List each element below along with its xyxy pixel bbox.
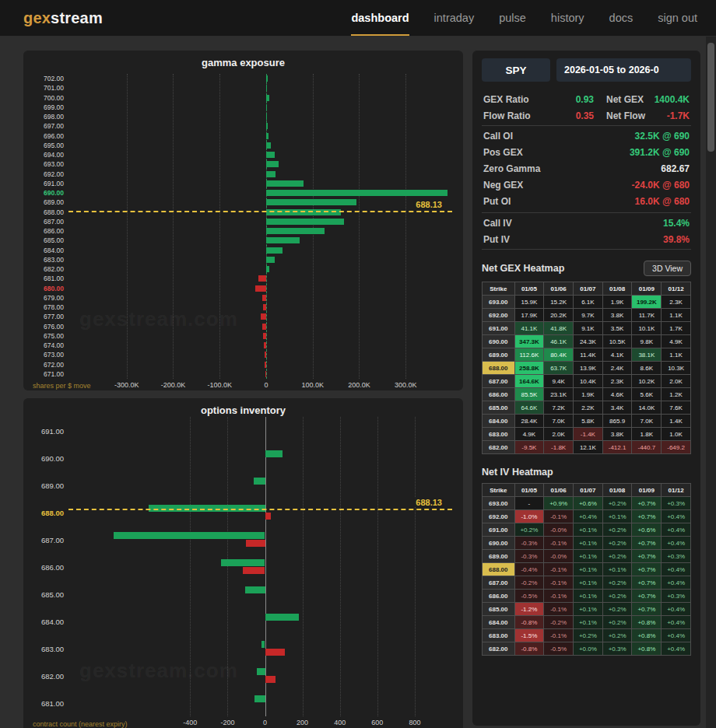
date-range-input[interactable]: 2026-01-05 to 2026-0	[556, 58, 691, 82]
net-bar	[266, 237, 300, 243]
heatmap-strike-cell: 692.00	[483, 309, 515, 322]
heatmap-strike-cell: 693.00	[483, 497, 515, 510]
stat-label: Neg GEX	[483, 180, 523, 191]
net-bar	[266, 266, 269, 272]
stat-label: Net Flow	[606, 110, 645, 121]
nav-item-history[interactable]: history	[551, 0, 584, 36]
heatmap-cell: 64.6K	[514, 401, 544, 415]
heatmap-row: 685.0064.6K7.2K2.2K3.4K14.0K7.6K	[483, 401, 691, 415]
y-axis-label: 696.00	[44, 132, 64, 140]
y-axis-label: 686.00	[44, 227, 64, 235]
net-bar	[266, 152, 275, 158]
y-axis-label: 695.00	[44, 142, 64, 149]
heatmap-cell: +0.3%	[662, 550, 691, 563]
heatmap-cell: 164.6K	[514, 375, 544, 388]
x-axis-label: 300.0K	[395, 381, 417, 389]
heatmap-cell: +0.4%	[662, 537, 691, 550]
nav-item-intraday[interactable]: intraday	[434, 0, 475, 36]
heatmap-row: 682.00-0.8%-0.5%+0.0%+0.3%+0.8%+0.4%	[483, 642, 691, 656]
y-axis-label: 673.00	[44, 351, 64, 359]
nav-item-dashboard[interactable]: dashboard	[351, 0, 409, 36]
heatmap-cell: +0.1%	[574, 537, 603, 550]
y-axis-label: 690.00	[41, 453, 64, 462]
gridline	[359, 74, 360, 379]
heatmap-column-header: 01/09	[632, 484, 662, 497]
heatmap-cell: +0.3%	[662, 497, 691, 510]
calls-bar	[114, 532, 265, 539]
heatmap-cell: +0.1%	[574, 550, 603, 563]
heatmap-cell: 10.5K	[602, 335, 632, 348]
heatmap-cell: +0.1%	[574, 523, 603, 537]
puts-bar	[243, 567, 265, 574]
scrollbar-thumb[interactable]	[707, 43, 714, 152]
heatmap-strike-cell: 690.00	[483, 537, 515, 550]
heatmap-cell: 1.4K	[662, 415, 691, 428]
heatmap-row: 687.00-0.2%-0.1%+0.1%+0.2%+0.7%+0.4%	[483, 576, 691, 590]
heatmap-strike-cell: 689.00	[483, 550, 515, 563]
net-bar	[263, 333, 266, 339]
net-bar	[266, 219, 344, 225]
3d-view-button[interactable]: 3D View	[644, 261, 691, 276]
heatmap-strike-cell: 687.00	[483, 375, 515, 388]
stat-label: Call OI	[483, 131, 513, 142]
nav-item-pulse[interactable]: pulse	[499, 0, 526, 36]
net-bar	[265, 352, 266, 358]
stat-label: Net GEX	[606, 94, 644, 105]
heatmap-row: 686.00-0.5%-0.1%+0.1%+0.2%+0.7%+0.3%	[483, 590, 691, 603]
heatmap-cell: -0.8%	[514, 616, 544, 629]
heatmap-cell: 7.6K	[662, 401, 691, 415]
scrollbar-track[interactable]	[706, 37, 716, 728]
heatmap-cell: -1.2%	[514, 603, 544, 616]
heatmap-strike-cell: 683.00	[483, 428, 515, 441]
heatmap-row: 693.0015.9K15.2K6.1K1.9K199.2K2.3K	[483, 296, 691, 309]
heatmap-strike-cell: 682.00	[483, 642, 515, 656]
heatmap-cell: +0.7%	[632, 563, 662, 576]
gex-heatmap-table: Strike01/0501/0601/0701/0801/0901/12693.…	[482, 282, 691, 454]
heatmap-cell: -412.1	[602, 441, 632, 454]
stat-value: 1400.4K	[655, 94, 690, 105]
gamma-chart: 702.00701.00700.00699.00698.00697.00696.…	[31, 74, 452, 379]
gridline	[227, 417, 228, 716]
y-axis-label: 674.00	[44, 341, 64, 349]
stat-row: Put OI16.0K @ 680	[482, 193, 691, 209]
net-bar	[266, 247, 283, 254]
heatmap-cell: +0.3%	[662, 590, 691, 603]
main-content: gamma exposure 702.00701.00700.00699.006…	[0, 37, 716, 728]
heatmap-strike-cell: 691.00	[483, 523, 515, 537]
nav-item-docs[interactable]: docs	[609, 0, 634, 36]
heatmap-cell: +0.6%	[632, 523, 662, 537]
heatmap-row: 691.00+0.2%-0.0%+0.1%+0.2%+0.6%+0.4%	[483, 523, 691, 537]
stat-group: Call OI32.5K @ 690Pos GEX391.2K @ 690Zer…	[482, 125, 691, 211]
y-axis-label: 685.00	[41, 590, 64, 598]
heatmap-cell: +0.7%	[632, 590, 662, 603]
stat-label: Flow Ratio	[483, 110, 549, 121]
heatmap-column-header: 01/12	[662, 484, 691, 497]
heatmap-cell: +0.2%	[602, 537, 632, 550]
zero-axis-line	[265, 417, 266, 716]
heatmap-cell: +0.7%	[632, 603, 662, 616]
net-bar	[265, 362, 266, 368]
heatmap-cell: -0.1%	[544, 563, 574, 576]
heatmap-cell: 2.2K	[574, 401, 603, 415]
heatmap-cell: 1.7K	[662, 322, 691, 335]
heatmap-cell: 4.1K	[602, 348, 632, 362]
net-bar	[266, 199, 357, 205]
heatmap-cell: 12.1K	[574, 441, 603, 454]
nav-item-sign-out[interactable]: sign out	[658, 0, 697, 36]
gridline	[415, 417, 416, 716]
net-bar	[262, 295, 266, 301]
heatmap-cell: 1.1K	[662, 309, 691, 322]
heatmap-cell: +0.7%	[632, 550, 662, 563]
heatmap-column-header: Strike	[483, 282, 515, 296]
heatmap-cell: 24.3K	[574, 335, 603, 348]
heatmap-cell: -1.8K	[544, 441, 574, 454]
heatmap-cell: 3.8K	[602, 428, 632, 441]
calls-bar	[257, 668, 265, 675]
heatmap-cell: +0.2%	[602, 603, 632, 616]
ticker-select[interactable]: SPY	[482, 58, 550, 82]
gex-heatmap-title: Net GEX Heatmap	[482, 263, 564, 274]
inventory-y-axis: 691.00690.00689.00688.00687.00686.00685.…	[31, 417, 68, 716]
heatmap-strike-cell: 685.00	[483, 603, 515, 616]
heatmap-cell: -0.1%	[544, 510, 574, 523]
y-axis-label: 699.00	[44, 103, 64, 111]
